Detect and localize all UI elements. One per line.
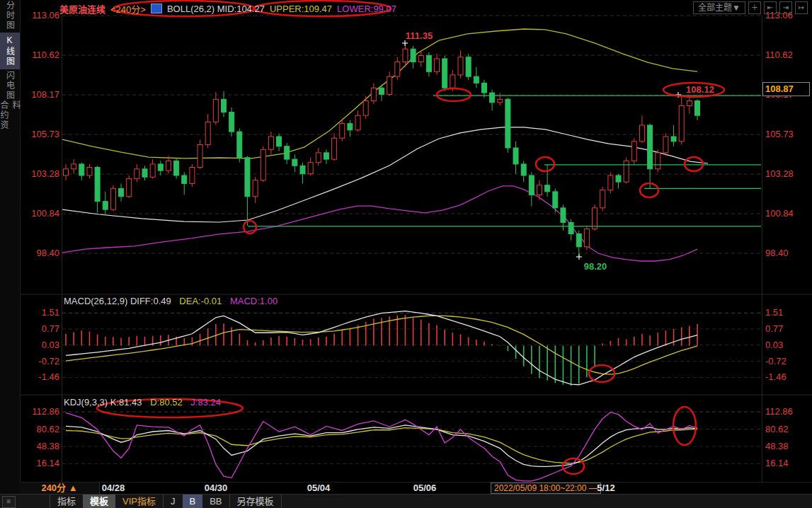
svg-text:100.84: 100.84 xyxy=(765,208,794,219)
svg-text:0.77: 0.77 xyxy=(765,323,783,334)
compress-right-icon[interactable]: ⇥ xyxy=(779,1,792,14)
tab-vip-indicators[interactable]: VIP指标 xyxy=(115,495,163,508)
bottom-toolbar: ≡ 指标 模板 VIP指标 J B BB 另存模板 xyxy=(0,494,812,508)
save-template-button[interactable]: 另存模板 xyxy=(229,495,282,508)
svg-text:-1.46: -1.46 xyxy=(765,371,787,382)
svg-text:110.62: 110.62 xyxy=(32,50,59,60)
svg-text:80.62: 80.62 xyxy=(765,424,789,434)
svg-text:100.84: 100.84 xyxy=(31,208,59,219)
boll-upper-value: UPPER:109.47 xyxy=(270,4,332,14)
sidebar-item-contract-info[interactable]: 合约资料 xyxy=(0,100,20,137)
header-controls: 全部主题▼ ＋ ⇤ ⇥ ↦ xyxy=(693,1,808,14)
macd-panel-header: MACD(26,12,9) DIFF:0.49 DEA:-0.01 MACD:1… xyxy=(64,296,278,306)
svg-text:98.40: 98.40 xyxy=(36,248,59,258)
svg-text:110.62: 110.62 xyxy=(765,50,793,60)
svg-text:103.28: 103.28 xyxy=(765,168,794,179)
date-tick: 05/06 xyxy=(413,483,437,494)
tab-bb[interactable]: BB xyxy=(202,495,229,508)
svg-text:16.14: 16.14 xyxy=(36,458,59,468)
svg-text:113.06: 113.06 xyxy=(32,10,59,21)
symbol-name: 美原油连续 xyxy=(59,2,105,16)
svg-text:108.17: 108.17 xyxy=(31,89,59,100)
svg-text:0.77: 0.77 xyxy=(42,323,59,334)
svg-text:-1.46: -1.46 xyxy=(38,371,59,382)
svg-text:0.03: 0.03 xyxy=(765,340,783,350)
date-tick: 04/28 xyxy=(102,483,125,494)
move-icon[interactable]: ＋ xyxy=(748,1,761,14)
boll-lower-value: LOWER:99.07 xyxy=(337,4,396,14)
macd-diff-value: MACD(26,12,9) DIFF:0.49 xyxy=(64,296,171,306)
chart-header: 美原油连续 <240分> BOLL(26,2) MID:104.27 UPPER… xyxy=(59,2,396,15)
sidebar-item-timeline-chart[interactable]: 分时图 xyxy=(0,0,20,31)
kdj-panel-header: KDJ(9,3,3) K:81.43 D:80.52 J:83.24 xyxy=(64,397,221,408)
sidebar: 分时图 K线图 闪电图 合约资料 xyxy=(0,0,21,508)
crosshair-time-tooltip: 2022/05/09 18:00~22:00 — xyxy=(491,483,601,494)
svg-text:98.20: 98.20 xyxy=(584,261,607,272)
current-price-badge: 108.87 xyxy=(762,82,810,96)
period-label: <240分> xyxy=(110,2,146,16)
svg-text:98.40: 98.40 xyxy=(765,248,789,258)
tab-indicators[interactable]: 指标 xyxy=(50,495,83,508)
svg-text:103.28: 103.28 xyxy=(31,168,59,179)
svg-text:111.35: 111.35 xyxy=(406,30,433,41)
compress-left-icon[interactable]: ⇤ xyxy=(764,1,777,14)
svg-text:112.86: 112.86 xyxy=(765,406,793,417)
tab-b[interactable]: B xyxy=(183,495,203,508)
macd-dea-value: DEA:-0.01 xyxy=(179,296,222,306)
pan-right-icon[interactable]: ↦ xyxy=(795,1,808,14)
tab-j[interactable]: J xyxy=(163,495,183,508)
svg-text:16.14: 16.14 xyxy=(765,458,789,468)
kdj-j-value: J:83.24 xyxy=(190,397,221,408)
kdj-k-value: KDJ(9,3,3) K:81.43 xyxy=(64,397,142,408)
svg-text:-0.72: -0.72 xyxy=(38,356,59,366)
svg-text:1.51: 1.51 xyxy=(765,307,783,318)
svg-text:108.12: 108.12 xyxy=(686,84,714,95)
time-axis: 240分 ▲ 04/28 04/30 05/04 05/06 5/12 2022… xyxy=(20,483,812,494)
svg-text:112.86: 112.86 xyxy=(32,406,59,417)
boll-indicator-value: BOLL(26,2) MID:104.27 xyxy=(167,4,265,14)
period-selector[interactable]: 240分 ▲ xyxy=(20,483,100,494)
svg-text:80.62: 80.62 xyxy=(36,424,59,434)
svg-text:1.51: 1.51 xyxy=(42,307,59,318)
svg-text:105.73: 105.73 xyxy=(31,129,59,139)
sidebar-item-kline-chart[interactable]: K线图 xyxy=(0,33,20,69)
svg-text:105.73: 105.73 xyxy=(765,129,794,139)
svg-text:48.38: 48.38 xyxy=(36,441,59,451)
chart-canvas[interactable]: 113.06113.06110.62110.62108.17108.17105.… xyxy=(0,0,812,508)
svg-text:0.03: 0.03 xyxy=(42,340,59,350)
sidebar-item-flash-chart[interactable]: 闪电图 xyxy=(0,71,20,100)
date-tick: 05/04 xyxy=(307,483,331,494)
macd-macd-value: MACD:1.00 xyxy=(230,296,278,306)
svg-text:-0.72: -0.72 xyxy=(765,356,787,366)
toolbar-menu-icon[interactable]: ≡ xyxy=(2,496,16,508)
date-tick: 5/12 xyxy=(597,483,614,494)
chart-type-icon[interactable] xyxy=(151,4,162,13)
tab-templates[interactable]: 模板 xyxy=(83,495,115,508)
svg-text:48.38: 48.38 xyxy=(765,441,789,451)
kdj-d-value: D:80.52 xyxy=(150,397,183,408)
theme-dropdown[interactable]: 全部主题▼ xyxy=(693,1,745,14)
date-tick: 04/30 xyxy=(205,483,228,494)
trading-app-window: 113.06113.06110.62110.62108.17108.17105.… xyxy=(0,0,812,508)
